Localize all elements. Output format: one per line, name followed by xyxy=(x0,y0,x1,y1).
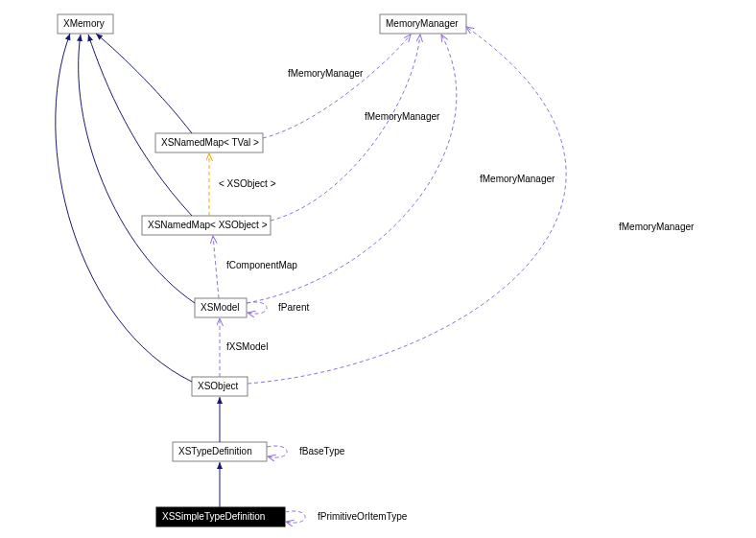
node-xmemory[interactable]: XMemory xyxy=(58,14,113,34)
edge-label-fbasetype: fBaseType xyxy=(299,446,345,456)
label: MemoryManager xyxy=(386,18,459,29)
edge-label-componentmap: fComponentMap xyxy=(226,260,297,270)
edge-model-fparent xyxy=(247,302,267,314)
edge-typedef-fbasetype xyxy=(267,446,287,457)
label: XSTypeDefinition xyxy=(178,446,252,456)
edge-label-template: < XSObject > xyxy=(219,178,276,189)
edge-label-mm3: fMemoryManager xyxy=(480,174,555,184)
node-xssimpletypedefinition[interactable]: XSSimpleTypeDefinition xyxy=(156,507,285,526)
edge-tval-to-xmemory xyxy=(96,34,192,133)
edge-label-mm1: fMemoryManager xyxy=(288,68,364,79)
edge-model-componentmap xyxy=(213,236,219,298)
label: XSNamedMap< XSObject > xyxy=(148,220,268,230)
node-xsnamedmap-tval[interactable]: XSNamedMap< TVal > xyxy=(155,133,263,152)
edge-label-fxsmodel: fXSModel xyxy=(226,341,268,352)
edge-model-to-xmemory xyxy=(79,35,195,303)
edge-xsmapobj-memorymanager xyxy=(271,35,420,221)
edge-label-mm2: fMemoryManager xyxy=(365,111,440,122)
label: XSNamedMap< TVal > xyxy=(161,137,259,148)
edge-xsobject-memorymanager xyxy=(248,27,566,384)
edge-simple-fprimitive xyxy=(285,511,305,523)
edge-label-fparent: fParent xyxy=(278,302,309,313)
edge-label-fprimitive: fPrimitiveOrItemType xyxy=(318,511,408,522)
node-memorymanager[interactable]: MemoryManager xyxy=(380,14,466,34)
label: XSSimpleTypeDefinition xyxy=(162,511,265,522)
edge-xsobj-to-xmemory1 xyxy=(88,35,192,216)
node-xsnamedmap-xsobject[interactable]: XSNamedMap< XSObject > xyxy=(142,216,271,235)
node-xstypedefinition[interactable]: XSTypeDefinition xyxy=(173,442,267,461)
edge-tval-memorymanager xyxy=(263,35,411,138)
collaboration-diagram: XMemory MemoryManager XSNamedMap< TVal >… xyxy=(0,0,756,538)
label: XSObject xyxy=(198,381,238,391)
node-xsmodel[interactable]: XSModel xyxy=(195,298,247,317)
label: XMemory xyxy=(63,18,105,29)
node-xsobject[interactable]: XSObject xyxy=(192,377,248,396)
label: XSModel xyxy=(201,302,240,313)
edge-xsobject-to-xmemory xyxy=(56,34,192,382)
edge-label-mm4: fMemoryManager xyxy=(619,222,695,232)
